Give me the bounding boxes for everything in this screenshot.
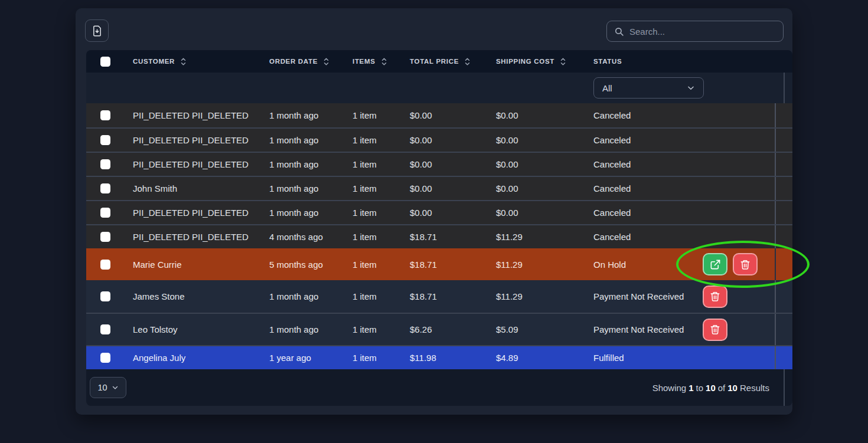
table-row[interactable]: PII_DELETED PII_DELETED 1 month ago 1 it… (86, 103, 792, 127)
delete-order-button[interactable] (733, 253, 758, 275)
chevron-down-icon (687, 84, 695, 92)
cell-status: On Hold (585, 248, 703, 280)
table-row[interactable]: James Stone 1 month ago 1 item $18.71 $1… (86, 280, 792, 313)
cell-shipping-cost: $0.00 (487, 201, 585, 224)
row-checkbox[interactable] (100, 159, 110, 169)
row-actions (703, 201, 775, 224)
select-all-checkbox[interactable] (100, 57, 110, 67)
header-customer[interactable]: CUSTOMER (124, 50, 260, 73)
cell-items: 1 item (344, 103, 401, 127)
header-order-date-label: ORDER DATE (269, 58, 318, 65)
header-select-all[interactable] (86, 50, 124, 73)
table-row[interactable]: Marie Currie 5 months ago 1 item $18.71 … (86, 248, 792, 280)
trash-icon (740, 259, 750, 270)
chevron-down-icon (112, 384, 119, 391)
cell-order-date: 4 months ago (260, 225, 344, 248)
cell-customer: PII_DELETED PII_DELETED (124, 225, 260, 248)
cell-shipping-cost: $5.09 (487, 314, 585, 345)
external-link-icon (710, 259, 721, 270)
sort-icon (560, 57, 566, 66)
row-actions (703, 103, 775, 127)
cell-shipping-cost: $11.29 (487, 225, 585, 248)
status-filter-select[interactable]: All (593, 77, 704, 99)
header-items[interactable]: ITEMS (344, 50, 401, 73)
cell-total-price: $0.00 (401, 103, 487, 127)
delete-order-button[interactable] (703, 319, 727, 341)
row-checkbox[interactable] (100, 208, 110, 218)
cell-shipping-cost: $11.29 (487, 248, 585, 280)
row-checkbox[interactable] (100, 183, 110, 193)
cell-total-price: $0.00 (401, 177, 487, 200)
cell-shipping-cost: $4.89 (487, 346, 585, 369)
orders-panel: CUSTOMER ORDER DATE ITEMS TOTAL PRICE SH… (76, 8, 792, 415)
toolbar (76, 8, 792, 50)
summary-of-word: of (718, 383, 726, 393)
edit-order-button[interactable] (703, 253, 727, 275)
row-select-cell (86, 129, 124, 152)
cell-status: Canceled (585, 201, 703, 224)
page-size-select[interactable]: 10 (90, 377, 126, 398)
cell-shipping-cost: $0.00 (487, 129, 585, 152)
row-select-cell (86, 225, 124, 248)
row-select-cell (86, 280, 124, 313)
cell-status: Canceled (585, 129, 703, 152)
row-actions (703, 225, 775, 248)
header-items-label: ITEMS (353, 58, 376, 65)
row-checkbox[interactable] (100, 353, 110, 363)
table-row[interactable]: PII_DELETED PII_DELETED 1 month ago 1 it… (86, 152, 792, 176)
cell-order-date: 1 month ago (260, 177, 344, 200)
results-summary: Showing1to10of10Results (651, 383, 771, 393)
header-shipping-cost[interactable]: SHIPPING COST (487, 50, 585, 73)
row-checkbox[interactable] (100, 324, 110, 334)
header-order-date[interactable]: ORDER DATE (260, 50, 344, 73)
cell-total-price: $18.71 (401, 225, 487, 248)
search-box (606, 21, 784, 42)
cell-status: Canceled (585, 225, 703, 248)
table-row[interactable]: Angelina July 1 year ago 1 item $11.98 $… (86, 345, 792, 369)
row-checkbox[interactable] (100, 260, 110, 270)
status-filter-value: All (602, 83, 612, 93)
header-customer-label: CUSTOMER (133, 58, 175, 65)
cell-shipping-cost: $0.00 (487, 153, 585, 176)
cell-customer: PII_DELETED PII_DELETED (124, 153, 260, 176)
row-actions (703, 129, 775, 152)
search-input[interactable] (629, 27, 776, 37)
cell-customer: Leo Tolstoy (124, 314, 260, 345)
filter-row: All (86, 73, 792, 103)
row-gutter (775, 129, 784, 152)
search-icon (614, 27, 624, 37)
sort-icon (324, 57, 329, 66)
cell-order-date: 1 month ago (260, 201, 344, 224)
table-row[interactable]: PII_DELETED PII_DELETED 4 months ago 1 i… (86, 224, 792, 248)
table-row[interactable]: PII_DELETED PII_DELETED 1 month ago 1 it… (86, 200, 792, 224)
cell-status: Canceled (585, 153, 703, 176)
row-checkbox[interactable] (100, 110, 110, 120)
orders-table: CUSTOMER ORDER DATE ITEMS TOTAL PRICE SH… (86, 50, 792, 406)
table-footer: 10 Showing1to10of10Results (86, 369, 792, 406)
cell-items: 1 item (344, 248, 401, 280)
table-row[interactable]: John Smith 1 month ago 1 item $0.00 $0.0… (86, 176, 792, 200)
row-checkbox[interactable] (100, 135, 110, 145)
row-checkbox[interactable] (100, 291, 110, 301)
cell-customer: Marie Currie (124, 248, 260, 280)
row-gutter (775, 201, 784, 224)
header-total-price[interactable]: TOTAL PRICE (401, 50, 487, 73)
row-checkbox[interactable] (100, 232, 110, 242)
cell-customer: PII_DELETED PII_DELETED (124, 201, 260, 224)
cell-items: 1 item (344, 225, 401, 248)
cell-order-date: 1 month ago (260, 129, 344, 152)
cell-customer: PII_DELETED PII_DELETED (124, 103, 260, 127)
row-actions (703, 177, 775, 200)
table-row[interactable]: PII_DELETED PII_DELETED 1 month ago 1 it… (86, 127, 792, 152)
header-gutter (775, 50, 784, 73)
summary-to-word: to (696, 383, 704, 393)
export-button[interactable] (85, 19, 109, 42)
delete-order-button[interactable] (703, 286, 727, 308)
cell-total-price: $0.00 (401, 153, 487, 176)
row-select-cell (86, 201, 124, 224)
cell-items: 1 item (344, 153, 401, 176)
row-actions (703, 314, 775, 345)
row-actions (703, 346, 775, 369)
table-row[interactable]: Leo Tolstoy 1 month ago 1 item $6.26 $5.… (86, 313, 792, 345)
cell-status: Payment Not Received (585, 280, 703, 313)
